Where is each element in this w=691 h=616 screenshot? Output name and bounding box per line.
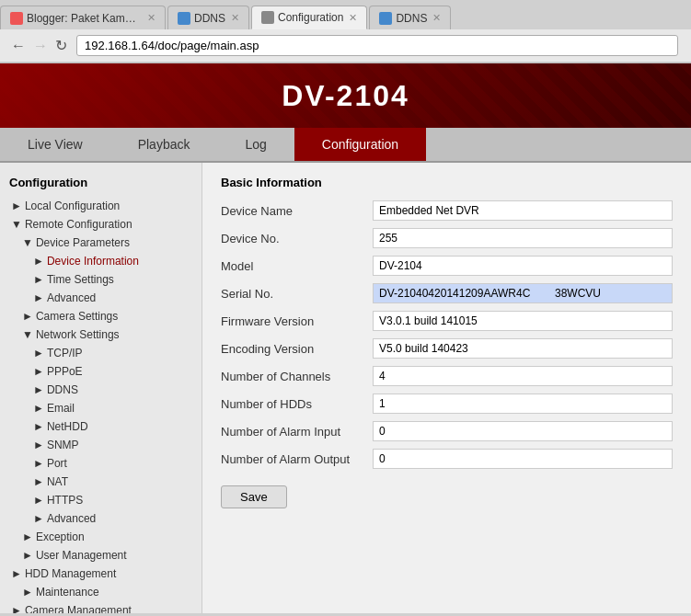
tab-config-close[interactable]: ✕ (349, 12, 357, 24)
form-row-hdds: Number of HDDs (221, 394, 673, 414)
back-button[interactable]: ← (7, 38, 29, 54)
sidebar-item-network-settings[interactable]: ▼ Network Settings (0, 325, 202, 344)
input-model[interactable] (373, 256, 673, 276)
sidebar-label-user-mgmt: User Management (36, 549, 127, 562)
app-header: DV-2104 (0, 63, 691, 128)
sidebar-item-hdd-mgmt[interactable]: ► HDD Management (0, 565, 202, 583)
sidebar-label-camera-settings: Camera Settings (36, 310, 118, 323)
tab-bar: Blogger: Paket Kamera CC ✕ DDNS ✕ Config… (0, 0, 691, 29)
sidebar-item-pppoe[interactable]: ► PPPoE (0, 362, 202, 381)
sidebar-item-device-info[interactable]: ► Device Information (0, 252, 202, 270)
sidebar-label-exception: Exception (36, 530, 85, 543)
arrow-icon-https: ► (33, 494, 44, 507)
input-encoding[interactable] (373, 338, 673, 359)
sidebar-label-time-settings: Time Settings (47, 273, 114, 286)
app-title: DV-2104 (282, 79, 409, 113)
tab-ddns2-close[interactable]: ✕ (432, 12, 441, 24)
sidebar-item-device-params[interactable]: ▼ Device Parameters (0, 234, 202, 252)
sidebar-label-port: Port (47, 457, 67, 470)
sidebar-item-advanced1[interactable]: ► Advanced (0, 289, 202, 307)
sidebar-label-maintenance: Maintenance (36, 586, 99, 599)
config-favicon (261, 11, 274, 24)
tab-config-label: Configuration (278, 11, 343, 24)
sidebar-item-advanced2[interactable]: ► Advanced (0, 509, 202, 528)
sidebar-item-ddns[interactable]: ► DDNS (0, 381, 202, 399)
sidebar-item-user-mgmt[interactable]: ► User Management (0, 546, 202, 565)
sidebar-item-local-config[interactable]: ► Local Configuration (0, 197, 202, 215)
form-row-firmware: Firmware Version (221, 311, 673, 331)
sidebar-item-maintenance[interactable]: ► Maintenance (0, 583, 202, 601)
tab-playback[interactable]: Playback (110, 128, 218, 161)
input-hdds[interactable] (373, 394, 673, 414)
arrow-icon: ► (11, 200, 22, 212)
sidebar-item-port[interactable]: ► Port (0, 454, 202, 473)
sidebar-item-email[interactable]: ► Email (0, 399, 202, 417)
form-row-alarm-output: Number of Alarm Output (221, 449, 673, 469)
sidebar-item-time-settings[interactable]: ► Time Settings (0, 270, 202, 289)
label-channels: Number of Channels (221, 370, 373, 383)
arrow-icon-maintenance: ► (22, 586, 33, 599)
tab-blogger-close[interactable]: ✕ (147, 12, 155, 24)
input-device-name[interactable] (373, 200, 673, 221)
sidebar-item-remote-config[interactable]: ▼ Remote Configuration (0, 215, 202, 234)
tab-ddns1-close[interactable]: ✕ (231, 12, 239, 24)
form-row-device-name: Device Name (221, 200, 673, 221)
expand-icon-camera: ► (22, 310, 33, 323)
tab-config[interactable]: Configuration ✕ (251, 6, 367, 29)
sidebar-item-nethdd[interactable]: ► NetHDD (0, 417, 202, 436)
input-device-no[interactable] (373, 228, 673, 248)
form-row-alarm-input: Number of Alarm Input (221, 421, 673, 441)
sidebar-item-nat[interactable]: ► NAT (0, 473, 202, 491)
sidebar-item-https[interactable]: ► HTTPS (0, 491, 202, 509)
reload-button[interactable]: ↻ (52, 37, 71, 54)
sidebar-item-camera-mgmt[interactable]: ► Camera Management (0, 601, 202, 613)
label-encoding: Encoding Version (221, 342, 373, 356)
label-device-no: Device No. (221, 232, 373, 245)
input-alarm-input[interactable] (373, 421, 673, 441)
sidebar-label-ddns: DDNS (47, 383, 78, 396)
arrow-icon-nethdd: ► (33, 420, 44, 433)
arrow-icon-device-info: ► (33, 255, 44, 268)
arrow-icon-ddns: ► (33, 383, 44, 396)
label-serial-no: Serial No. (221, 287, 373, 301)
nav-tabs: Live View Playback Log Configuration (0, 128, 691, 163)
sidebar-item-snmp[interactable]: ► SNMP (0, 436, 202, 454)
tab-ddns1-label: DDNS (194, 12, 225, 25)
expand-icon-device-params: ▼ (22, 236, 33, 249)
arrow-icon-pppoe: ► (33, 365, 44, 378)
tab-live-view[interactable]: Live View (0, 128, 110, 161)
label-alarm-output: Number of Alarm Output (221, 452, 373, 466)
sidebar-label-hdd-mgmt: HDD Management (25, 567, 116, 580)
form-row-serial-no: Serial No. (221, 283, 673, 303)
form-row-channels: Number of Channels (221, 366, 673, 386)
form-row-device-no: Device No. (221, 228, 673, 248)
sidebar-item-exception[interactable]: ► Exception (0, 528, 202, 546)
sidebar-item-camera-settings[interactable]: ► Camera Settings (0, 307, 202, 325)
input-firmware[interactable] (373, 311, 673, 331)
sidebar-item-tcp-ip[interactable]: ► TCP/IP (0, 344, 202, 362)
sidebar-label-snmp: SNMP (47, 439, 79, 451)
ddns1-favicon (178, 12, 190, 25)
tab-log[interactable]: Log (217, 128, 294, 161)
tab-blogger[interactable]: Blogger: Paket Kamera CC ✕ (0, 6, 166, 29)
tab-configuration[interactable]: Configuration (294, 128, 426, 161)
input-alarm-output[interactable] (373, 449, 673, 469)
sidebar-label-network-settings: Network Settings (36, 328, 120, 341)
right-panel: Basic Information Device Name Device No.… (202, 163, 691, 613)
label-hdds: Number of HDDs (221, 397, 373, 411)
input-channels[interactable] (373, 366, 673, 386)
address-input[interactable] (76, 35, 678, 56)
arrow-icon-port: ► (33, 457, 44, 470)
tab-ddns1[interactable]: DDNS ✕ (167, 6, 249, 29)
main-content: Configuration ► Local Configuration ▼ Re… (0, 163, 691, 613)
sidebar-label-pppoe: PPPoE (47, 365, 83, 378)
tab-blogger-label: Blogger: Paket Kamera CC (27, 12, 142, 25)
label-model: Model (221, 259, 373, 273)
arrow-icon-exception: ► (22, 530, 33, 543)
save-button[interactable]: Save (221, 485, 287, 508)
sidebar-label-remote-config: Remote Configuration (25, 218, 132, 231)
label-device-name: Device Name (221, 204, 373, 218)
forward-button[interactable]: → (29, 38, 52, 54)
tab-ddns2[interactable]: DDNS ✕ (369, 6, 451, 29)
input-serial-no[interactable] (373, 283, 673, 303)
